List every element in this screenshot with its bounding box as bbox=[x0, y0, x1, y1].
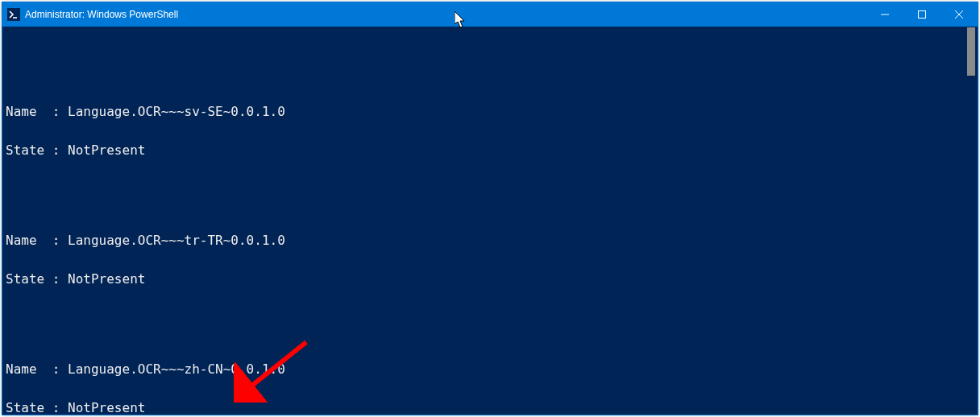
output-line: Name : Language.OCR~~~zh-CN~0.0.1.0 bbox=[6, 363, 974, 376]
blank-line bbox=[6, 183, 974, 196]
state-value: NotPresent bbox=[68, 271, 145, 287]
output-line: State : NotPresent bbox=[6, 402, 974, 415]
powershell-window: Administrator: Windows PowerShell Name :… bbox=[2, 2, 978, 415]
powershell-icon bbox=[7, 8, 20, 21]
name-value: Language.OCR~~~zh-CN~0.0.1.0 bbox=[68, 361, 285, 377]
output-line: Name : Language.OCR~~~sv-SE~0.0.1.0 bbox=[6, 105, 974, 118]
state-value: NotPresent bbox=[68, 400, 145, 415]
name-value: Language.OCR~~~tr-TR~0.0.1.0 bbox=[68, 233, 285, 248]
state-label: State : bbox=[6, 400, 68, 415]
minimize-button[interactable] bbox=[866, 2, 903, 27]
state-value: NotPresent bbox=[68, 142, 145, 158]
scrollbar-thumb[interactable] bbox=[967, 27, 975, 76]
output-line: State : NotPresent bbox=[6, 273, 974, 286]
maximize-button[interactable] bbox=[903, 2, 941, 27]
titlebar[interactable]: Administrator: Windows PowerShell bbox=[2, 2, 978, 27]
state-label: State : bbox=[6, 271, 68, 287]
name-label: Name : bbox=[6, 233, 68, 248]
output-line: Name : Language.OCR~~~tr-TR~0.0.1.0 bbox=[6, 234, 974, 247]
svg-rect-1 bbox=[919, 11, 926, 19]
name-label: Name : bbox=[6, 361, 68, 377]
name-label: Name : bbox=[6, 104, 68, 119]
blank-line bbox=[6, 312, 974, 324]
name-value: Language.OCR~~~sv-SE~0.0.1.0 bbox=[68, 104, 285, 119]
close-button[interactable] bbox=[941, 2, 978, 27]
window-title: Administrator: Windows PowerShell bbox=[25, 9, 178, 20]
blank-line bbox=[6, 54, 974, 67]
output-line: State : NotPresent bbox=[6, 144, 974, 157]
state-label: State : bbox=[6, 142, 68, 158]
terminal-area[interactable]: Name : Language.OCR~~~sv-SE~0.0.1.0 Stat… bbox=[2, 27, 978, 415]
